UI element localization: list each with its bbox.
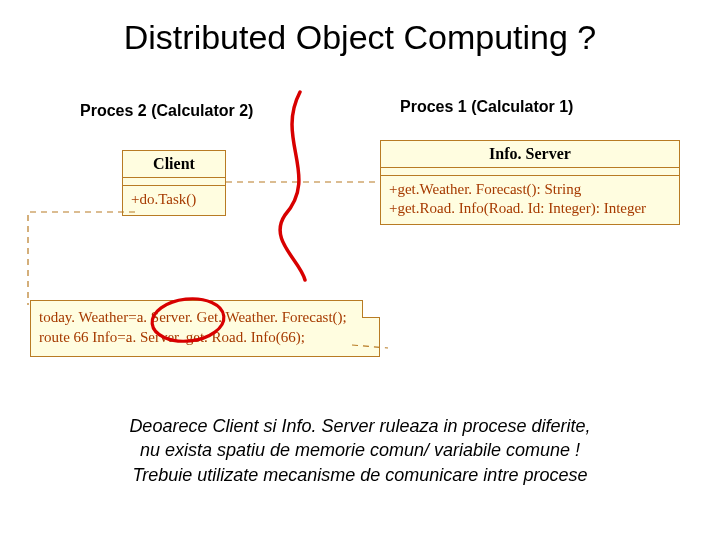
uml-server-ops: +get.Weather. Forecast(): String +get.Ro… — [381, 176, 679, 224]
note-fold-icon — [362, 300, 380, 318]
uml-note: today. Weather=a. Server. Get. Weather. … — [30, 300, 380, 357]
note-line2: route 66 Info=a. Server. get. Road. Info… — [39, 327, 353, 347]
uml-server: Info. Server +get.Weather. Forecast(): S… — [380, 140, 680, 225]
uml-client-op1: +do.Task() — [131, 190, 217, 209]
footer-line3: Trebuie utilizate mecanisme de comunicar… — [0, 463, 720, 487]
footer-text: Deoarece Client si Info. Server ruleaza … — [0, 414, 720, 487]
uml-client-name: Client — [123, 151, 225, 178]
process2-label: Proces 2 (Calculator 2) — [80, 102, 253, 120]
uml-server-op2: +get.Road. Info(Road. Id: Integer): Inte… — [389, 199, 671, 218]
footer-line1: Deoarece Client si Info. Server ruleaza … — [0, 414, 720, 438]
uml-server-attrs — [381, 168, 679, 176]
note-line1: today. Weather=a. Server. Get. Weather. … — [39, 307, 353, 327]
dashed-connector-client-note — [28, 212, 135, 305]
page-title: Distributed Object Computing ? — [0, 18, 720, 57]
process1-label: Proces 1 (Calculator 1) — [400, 98, 573, 116]
uml-client: Client +do.Task() — [122, 150, 226, 216]
uml-client-ops: +do.Task() — [123, 186, 225, 215]
uml-server-op1: +get.Weather. Forecast(): String — [389, 180, 671, 199]
uml-client-attrs — [123, 178, 225, 186]
footer-line2: nu exista spatiu de memorie comun/ varia… — [0, 438, 720, 462]
red-boundary-stroke — [280, 92, 305, 280]
uml-server-name: Info. Server — [381, 141, 679, 168]
